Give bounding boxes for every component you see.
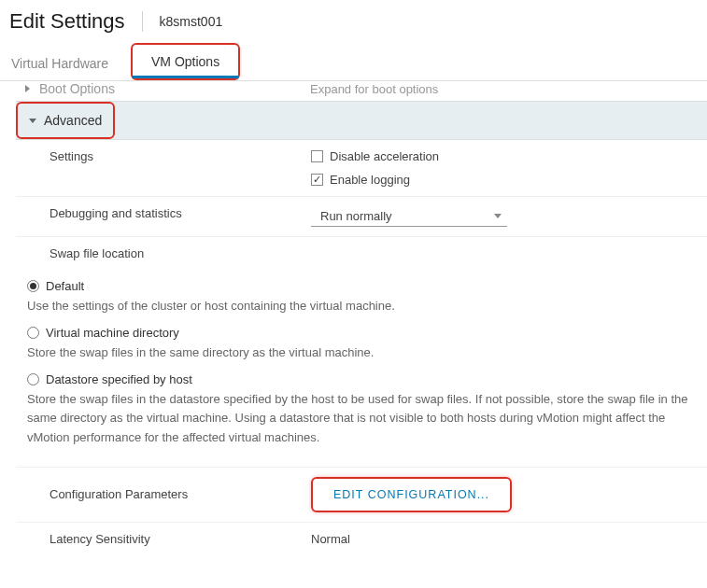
row-swap-location: Swap file location <box>16 237 707 270</box>
swap-label: Swap file location <box>49 246 311 260</box>
settings-content: Boot Options Expand for boot options Adv… <box>0 81 707 548</box>
radio-hostds-label: Datastore specified by host <box>46 372 192 386</box>
radio-default[interactable]: Default <box>27 279 696 293</box>
config-params-label: Configuration Parameters <box>49 487 311 501</box>
latency-label: Latency Sensitivity <box>49 532 311 546</box>
checkbox-unchecked-icon <box>311 150 323 162</box>
debugging-label: Debugging and statistics <box>49 206 311 220</box>
radio-selected-icon <box>27 280 39 292</box>
header-divider <box>142 11 143 32</box>
radio-vm-directory[interactable]: Virtual machine directory <box>27 326 696 340</box>
tab-virtual-hardware[interactable]: Virtual Hardware <box>9 47 110 80</box>
radio-default-desc: Use the settings of the cluster or host … <box>27 297 696 316</box>
section-advanced-label: Advanced <box>44 113 102 128</box>
checkbox-checked-icon <box>311 174 323 186</box>
highlight-advanced: Advanced <box>16 102 115 139</box>
tabs: Virtual Hardware VM Options <box>0 43 707 81</box>
section-boot-options-label: Boot Options <box>39 81 115 96</box>
row-latency: Latency Sensitivity Normal <box>16 523 707 548</box>
radio-vmdir-desc: Store the swap files in the same directo… <box>27 343 696 363</box>
latency-value: Normal <box>311 532 350 546</box>
row-debugging: Debugging and statistics Run normally <box>16 197 707 237</box>
section-advanced[interactable]: Advanced <box>16 101 707 140</box>
edit-configuration-button[interactable]: EDIT CONFIGURATION... <box>313 479 510 511</box>
debugging-select[interactable]: Run normally <box>311 206 507 227</box>
tab-vm-options[interactable]: VM Options <box>133 45 238 78</box>
radio-vmdir-label: Virtual machine directory <box>46 326 179 340</box>
radio-hostds-desc: Store the swap files in the datastore sp… <box>27 390 696 448</box>
highlight-edit-configuration: EDIT CONFIGURATION... <box>311 477 512 512</box>
checkbox-disable-acceleration[interactable]: Disable acceleration <box>311 149 707 163</box>
radio-unselected-icon <box>27 373 39 385</box>
radio-default-label: Default <box>46 279 84 293</box>
chevron-right-icon <box>25 85 30 92</box>
highlight-vm-options: VM Options <box>131 43 240 80</box>
boot-options-summary: Expand for boot options <box>310 82 438 96</box>
vm-name: k8smst001 <box>160 14 223 29</box>
disable-acceleration-label: Disable acceleration <box>330 149 439 163</box>
row-config-params: Configuration Parameters EDIT CONFIGURAT… <box>16 467 707 523</box>
swap-options: Default Use the settings of the cluster … <box>16 270 707 467</box>
latency-select[interactable]: Normal <box>311 532 707 546</box>
chevron-down-icon <box>494 214 502 218</box>
radio-unselected-icon <box>27 327 39 339</box>
enable-logging-label: Enable logging <box>330 173 410 187</box>
settings-label: Settings <box>49 149 311 163</box>
debugging-value: Run normally <box>320 209 392 223</box>
dialog-header: Edit Settings k8smst001 <box>0 0 707 43</box>
page-title: Edit Settings <box>9 9 125 34</box>
checkbox-enable-logging[interactable]: Enable logging <box>311 173 707 187</box>
radio-datastore-host[interactable]: Datastore specified by host <box>27 372 696 386</box>
row-settings: Settings Disable acceleration Enable log… <box>16 140 707 197</box>
chevron-down-icon <box>29 119 36 123</box>
